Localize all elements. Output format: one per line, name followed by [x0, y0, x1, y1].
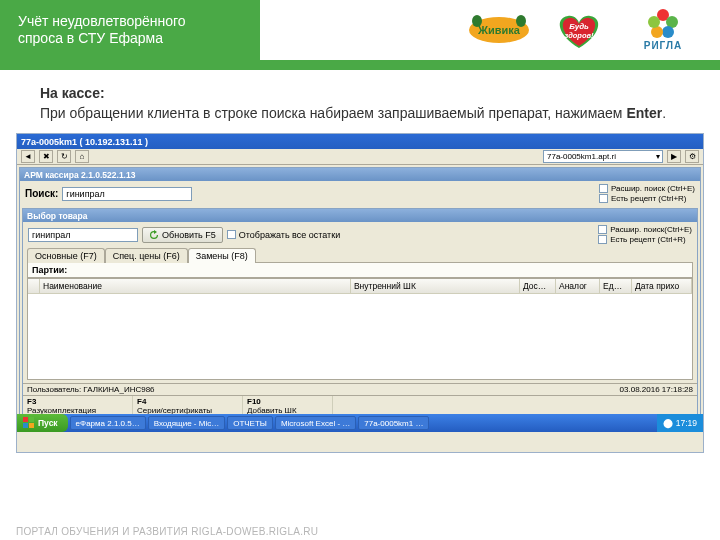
main-window-title: 77a-0005km1 ( 10.192.131.11 ) — [21, 137, 148, 147]
fn-f10[interactable]: F10Добавить ШК — [243, 396, 333, 415]
arm-search-row: Поиск: гинипрал Расшир. поиск (Ctrl+E) Е… — [20, 181, 700, 206]
task-item-4[interactable]: 77a-0005km1 … — [358, 416, 429, 430]
tool-icon[interactable]: ⚙ — [685, 150, 699, 163]
logos-area: Живика Будь здоров! РИГЛА — [260, 0, 720, 60]
svg-rect-8 — [23, 423, 28, 428]
chk-show-all[interactable]: Отображать все остатки — [227, 230, 340, 240]
arm-titlebar: АРМ кассира 2.1.0.522.1.13 — [20, 168, 700, 181]
main-window-titlebar: 77a-0005km1 ( 10.192.131.11 ) — [17, 134, 703, 149]
chk-expand2[interactable]: Расшир. поиск(Ctrl+E) — [598, 225, 692, 234]
nav-back-icon[interactable]: ◄ — [21, 150, 35, 163]
task-item-0[interactable]: еФарма 2.1.0.5… — [70, 416, 146, 430]
refresh-icon — [149, 230, 159, 240]
datetime-status: 03.08.2016 17:18:28 — [620, 385, 693, 394]
nav-stop-icon[interactable]: ✖ — [39, 150, 53, 163]
footer-portal-text: ПОРТАЛ ОБУЧЕНИЯ И РАЗВИТИЯ RIGLA-DOWEB.R… — [16, 526, 318, 537]
col-analog[interactable]: Аналог — [556, 279, 600, 293]
svg-point-3 — [516, 15, 526, 27]
start-button[interactable]: Пуск — [17, 414, 68, 432]
nav-home-icon[interactable]: ⌂ — [75, 150, 89, 163]
svg-rect-7 — [29, 417, 34, 422]
svg-text:Живика: Живика — [477, 24, 521, 36]
nav-refresh-icon[interactable]: ↻ — [57, 150, 71, 163]
vybor-search-input[interactable]: гинипрал — [28, 228, 138, 242]
task-item-3[interactable]: Microsoft Excel - … — [275, 416, 356, 430]
logo-bud-zdorov: Будь здоров! — [548, 9, 610, 51]
partii-label: Партии: — [27, 262, 693, 278]
chk-has-recipe[interactable]: Есть рецепт (Ctrl+R) — [599, 194, 695, 203]
slide-title-block: Учёт неудовлетворённого спроса в СТУ Ефа… — [0, 0, 260, 60]
logo-rigla: РИГЛА — [624, 9, 702, 51]
tray-time: 17:19 — [676, 418, 697, 428]
enter-key: Enter — [626, 105, 662, 121]
fn-f4[interactable]: F4Серии/сертификаты — [133, 396, 243, 415]
lead-bold: На кассе: — [40, 85, 105, 101]
grid-header: Наименование Внутренний ШК Дос… Аналог Е… — [28, 279, 692, 294]
fn-f3[interactable]: F3Разукомплектация — [23, 396, 133, 415]
tab-zameny[interactable]: Замены (F8) — [188, 248, 256, 263]
fn-row-top: F3Разукомплектация F4Серии/сертификаты F… — [23, 395, 697, 415]
slide-header: Учёт неудовлетворённого спроса в СТУ Ефа… — [0, 0, 720, 60]
col-doc[interactable]: Дос… — [520, 279, 556, 293]
arm-window: АРМ кассира 2.1.0.522.1.13 Поиск: гинипр… — [19, 167, 701, 431]
toolbar-row: ◄ ✖ ↻ ⌂ 77a-0005km1.apt.ri ▶ ⚙ — [17, 149, 703, 165]
vybor-window: Выбор товара гинипрал Обновить F5 Отобра… — [22, 208, 698, 430]
chk-recipe2[interactable]: Есть рецепт (Ctrl+R) — [598, 235, 692, 244]
logo-zhivika: Живика — [464, 9, 534, 51]
green-ruler — [0, 60, 720, 70]
address-dropdown[interactable]: 77a-0005km1.apt.ri — [543, 150, 663, 163]
search-input[interactable]: гинипрал — [62, 187, 192, 201]
period: . — [662, 105, 666, 121]
task-item-1[interactable]: Входящие - Mic… — [148, 416, 225, 430]
system-tray[interactable]: ⬤ 17:19 — [657, 414, 703, 432]
vybor-titlebar: Выбор товара — [23, 209, 697, 222]
svg-rect-6 — [23, 417, 28, 422]
slide-title-2: спроса в СТУ Ефарма — [18, 30, 246, 48]
slide-title-1: Учёт неудовлетворённого — [18, 13, 246, 31]
status-bar: Пользователь: ГАЛКИНА_ИНС986 03.08.2016 … — [23, 383, 697, 395]
col-unit[interactable]: Ед… — [600, 279, 632, 293]
tabs: Основные (F7) Спец. цены (F6) Замены (F8… — [23, 247, 697, 262]
search-label: Поиск: — [25, 188, 58, 199]
col-name[interactable]: Наименование — [40, 279, 351, 293]
refresh-button[interactable]: Обновить F5 — [142, 227, 223, 243]
instruction-text: На кассе: При обращении клиента в строке… — [0, 70, 720, 133]
results-grid[interactable]: Наименование Внутренний ШК Дос… Аналог Е… — [27, 278, 693, 380]
logo-rigla-text: РИГЛА — [644, 40, 683, 51]
tab-osnovnye[interactable]: Основные (F7) — [27, 248, 105, 263]
col-date[interactable]: Дата прихо — [632, 279, 692, 293]
svg-text:здоров!: здоров! — [564, 31, 594, 40]
body-text: При обращении клиента в строке поиска на… — [40, 105, 622, 121]
col-inner-bc[interactable]: Внутренний ШК — [351, 279, 520, 293]
tray-icon: ⬤ — [663, 418, 673, 428]
tab-spec-ceny[interactable]: Спец. цены (F6) — [105, 248, 188, 263]
vybor-toolbar: гинипрал Обновить F5 Отображать все оста… — [23, 222, 697, 247]
svg-text:Будь: Будь — [569, 22, 589, 31]
windows-taskbar: Пуск еФарма 2.1.0.5… Входящие - Mic… ОТЧ… — [17, 414, 703, 432]
chk-expand-search[interactable]: Расшир. поиск (Ctrl+E) — [599, 184, 695, 193]
user-status: Пользователь: ГАЛКИНА_ИНС986 — [27, 385, 155, 394]
go-icon[interactable]: ▶ — [667, 150, 681, 163]
app-screenshot: 77a-0005km1 ( 10.192.131.11 ) ◄ ✖ ↻ ⌂ 77… — [16, 133, 704, 453]
task-item-2[interactable]: ОТЧЕТЫ — [227, 416, 273, 430]
svg-rect-9 — [29, 423, 34, 428]
svg-point-2 — [472, 15, 482, 27]
windows-icon — [23, 417, 35, 429]
